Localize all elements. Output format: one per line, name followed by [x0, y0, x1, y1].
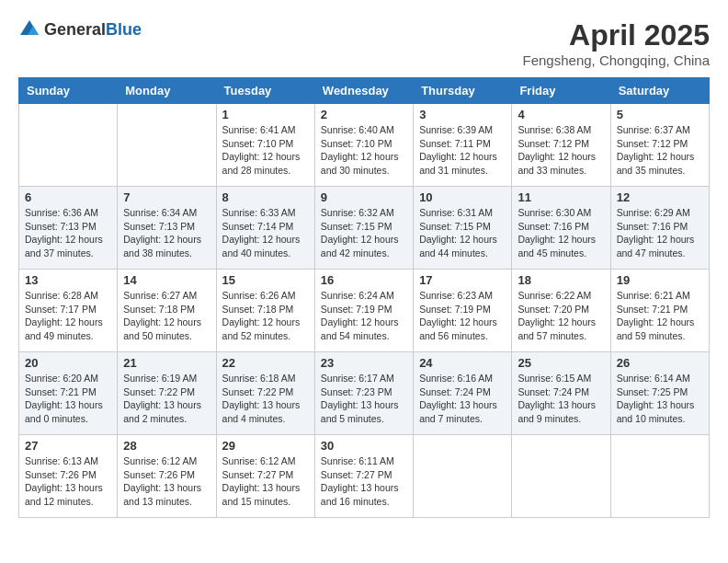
calendar-cell: 10Sunrise: 6:31 AM Sunset: 7:15 PM Dayli… — [414, 187, 512, 270]
location-subtitle: Fengsheng, Chongqing, China — [523, 52, 710, 68]
calendar-cell: 6Sunrise: 6:36 AM Sunset: 7:13 PM Daylig… — [19, 187, 118, 270]
day-number: 10 — [419, 190, 506, 204]
calendar-week-row: 20Sunrise: 6:20 AM Sunset: 7:21 PM Dayli… — [19, 352, 710, 435]
day-number: 14 — [123, 273, 210, 287]
day-number: 15 — [222, 273, 309, 287]
calendar-cell: 25Sunrise: 6:15 AM Sunset: 7:24 PM Dayli… — [512, 352, 610, 435]
calendar-cell: 1Sunrise: 6:41 AM Sunset: 7:10 PM Daylig… — [216, 104, 314, 187]
day-info: Sunrise: 6:28 AM Sunset: 7:17 PM Dayligh… — [25, 289, 111, 343]
calendar-week-row: 1Sunrise: 6:41 AM Sunset: 7:10 PM Daylig… — [19, 104, 710, 187]
day-number: 26 — [617, 356, 703, 370]
day-number: 29 — [222, 439, 309, 453]
day-info: Sunrise: 6:29 AM Sunset: 7:16 PM Dayligh… — [617, 206, 703, 260]
day-number: 3 — [419, 108, 506, 121]
day-info: Sunrise: 6:41 AM Sunset: 7:10 PM Dayligh… — [222, 123, 309, 178]
day-info: Sunrise: 6:37 AM Sunset: 7:12 PM Dayligh… — [617, 123, 703, 178]
header: General Blue April 2025 Fengsheng, Chong… — [18, 18, 710, 68]
calendar-cell — [414, 435, 512, 518]
calendar-table: SundayMondayTuesdayWednesdayThursdayFrid… — [18, 77, 710, 518]
day-info: Sunrise: 6:36 AM Sunset: 7:13 PM Dayligh… — [25, 206, 111, 260]
day-info: Sunrise: 6:24 AM Sunset: 7:19 PM Dayligh… — [321, 289, 407, 343]
day-number: 1 — [222, 108, 309, 121]
day-info: Sunrise: 6:15 AM Sunset: 7:24 PM Dayligh… — [518, 372, 604, 426]
calendar-cell: 22Sunrise: 6:18 AM Sunset: 7:22 PM Dayli… — [216, 352, 314, 435]
day-number: 5 — [617, 108, 703, 121]
calendar-week-row: 6Sunrise: 6:36 AM Sunset: 7:13 PM Daylig… — [19, 187, 710, 270]
calendar-cell: 19Sunrise: 6:21 AM Sunset: 7:21 PM Dayli… — [610, 270, 709, 352]
calendar-cell: 12Sunrise: 6:29 AM Sunset: 7:16 PM Dayli… — [610, 187, 709, 270]
day-number: 8 — [222, 190, 309, 204]
day-number: 16 — [321, 273, 407, 287]
logo: General Blue — [18, 18, 142, 40]
day-number: 30 — [321, 439, 407, 453]
day-number: 11 — [518, 190, 604, 204]
day-info: Sunrise: 6:39 AM Sunset: 7:11 PM Dayligh… — [419, 123, 506, 178]
day-number: 25 — [518, 356, 604, 370]
calendar-cell: 13Sunrise: 6:28 AM Sunset: 7:17 PM Dayli… — [19, 270, 118, 352]
calendar-week-row: 27Sunrise: 6:13 AM Sunset: 7:26 PM Dayli… — [19, 435, 710, 518]
calendar-cell: 29Sunrise: 6:12 AM Sunset: 7:27 PM Dayli… — [216, 435, 314, 518]
day-info: Sunrise: 6:19 AM Sunset: 7:22 PM Dayligh… — [123, 372, 210, 426]
calendar-cell: 7Sunrise: 6:34 AM Sunset: 7:13 PM Daylig… — [118, 187, 216, 270]
title-area: April 2025 Fengsheng, Chongqing, China — [523, 18, 710, 68]
weekday-header-sunday: Sunday — [19, 78, 118, 104]
calendar-cell: 23Sunrise: 6:17 AM Sunset: 7:23 PM Dayli… — [314, 352, 413, 435]
weekday-header-saturday: Saturday — [610, 78, 709, 104]
calendar-cell — [610, 435, 709, 518]
calendar-cell: 17Sunrise: 6:23 AM Sunset: 7:19 PM Dayli… — [414, 270, 512, 352]
day-info: Sunrise: 6:34 AM Sunset: 7:13 PM Dayligh… — [123, 206, 210, 260]
calendar-cell: 24Sunrise: 6:16 AM Sunset: 7:24 PM Dayli… — [414, 352, 512, 435]
day-number: 9 — [321, 190, 407, 204]
logo-general-text: General — [44, 21, 106, 38]
calendar-cell: 5Sunrise: 6:37 AM Sunset: 7:12 PM Daylig… — [610, 104, 709, 187]
day-info: Sunrise: 6:30 AM Sunset: 7:16 PM Dayligh… — [518, 206, 604, 260]
weekday-header-tuesday: Tuesday — [216, 78, 314, 104]
calendar-cell: 20Sunrise: 6:20 AM Sunset: 7:21 PM Dayli… — [19, 352, 118, 435]
weekday-header-monday: Monday — [118, 78, 216, 104]
calendar-cell: 14Sunrise: 6:27 AM Sunset: 7:18 PM Dayli… — [118, 270, 216, 352]
weekday-header-row: SundayMondayTuesdayWednesdayThursdayFrid… — [19, 78, 710, 104]
day-number: 7 — [123, 190, 210, 204]
calendar-cell — [512, 435, 610, 518]
day-number: 13 — [25, 273, 111, 287]
logo-icon — [18, 18, 40, 40]
day-number: 4 — [518, 108, 604, 121]
calendar-cell: 11Sunrise: 6:30 AM Sunset: 7:16 PM Dayli… — [512, 187, 610, 270]
calendar-cell: 16Sunrise: 6:24 AM Sunset: 7:19 PM Dayli… — [314, 270, 413, 352]
calendar-cell: 9Sunrise: 6:32 AM Sunset: 7:15 PM Daylig… — [314, 187, 413, 270]
weekday-header-wednesday: Wednesday — [314, 78, 413, 104]
weekday-header-thursday: Thursday — [414, 78, 512, 104]
calendar-cell: 28Sunrise: 6:12 AM Sunset: 7:26 PM Dayli… — [118, 435, 216, 518]
calendar-cell — [118, 104, 216, 187]
day-info: Sunrise: 6:14 AM Sunset: 7:25 PM Dayligh… — [617, 372, 703, 426]
day-info: Sunrise: 6:26 AM Sunset: 7:18 PM Dayligh… — [222, 289, 309, 343]
day-info: Sunrise: 6:33 AM Sunset: 7:14 PM Dayligh… — [222, 206, 309, 260]
day-number: 12 — [617, 190, 703, 204]
calendar-cell: 4Sunrise: 6:38 AM Sunset: 7:12 PM Daylig… — [512, 104, 610, 187]
calendar-cell: 30Sunrise: 6:11 AM Sunset: 7:27 PM Dayli… — [314, 435, 413, 518]
day-info: Sunrise: 6:21 AM Sunset: 7:21 PM Dayligh… — [617, 289, 703, 343]
day-info: Sunrise: 6:13 AM Sunset: 7:26 PM Dayligh… — [25, 454, 111, 509]
day-info: Sunrise: 6:40 AM Sunset: 7:10 PM Dayligh… — [321, 123, 407, 178]
day-number: 20 — [25, 356, 111, 370]
day-number: 22 — [222, 356, 309, 370]
day-info: Sunrise: 6:18 AM Sunset: 7:22 PM Dayligh… — [222, 372, 309, 426]
day-info: Sunrise: 6:20 AM Sunset: 7:21 PM Dayligh… — [25, 372, 111, 426]
day-number: 28 — [123, 439, 210, 453]
calendar-week-row: 13Sunrise: 6:28 AM Sunset: 7:17 PM Dayli… — [19, 270, 710, 352]
day-number: 18 — [518, 273, 604, 287]
calendar-cell: 26Sunrise: 6:14 AM Sunset: 7:25 PM Dayli… — [610, 352, 709, 435]
calendar-cell: 18Sunrise: 6:22 AM Sunset: 7:20 PM Dayli… — [512, 270, 610, 352]
day-info: Sunrise: 6:31 AM Sunset: 7:15 PM Dayligh… — [419, 206, 506, 260]
day-number: 6 — [25, 190, 111, 204]
day-info: Sunrise: 6:32 AM Sunset: 7:15 PM Dayligh… — [321, 206, 407, 260]
day-number: 23 — [321, 356, 407, 370]
day-info: Sunrise: 6:22 AM Sunset: 7:20 PM Dayligh… — [518, 289, 604, 343]
month-year-title: April 2025 — [523, 18, 710, 52]
day-info: Sunrise: 6:12 AM Sunset: 7:27 PM Dayligh… — [222, 454, 309, 509]
day-number: 19 — [617, 273, 703, 287]
day-info: Sunrise: 6:11 AM Sunset: 7:27 PM Dayligh… — [321, 454, 407, 509]
calendar-cell: 21Sunrise: 6:19 AM Sunset: 7:22 PM Dayli… — [118, 352, 216, 435]
calendar-cell: 15Sunrise: 6:26 AM Sunset: 7:18 PM Dayli… — [216, 270, 314, 352]
day-info: Sunrise: 6:16 AM Sunset: 7:24 PM Dayligh… — [419, 372, 506, 426]
